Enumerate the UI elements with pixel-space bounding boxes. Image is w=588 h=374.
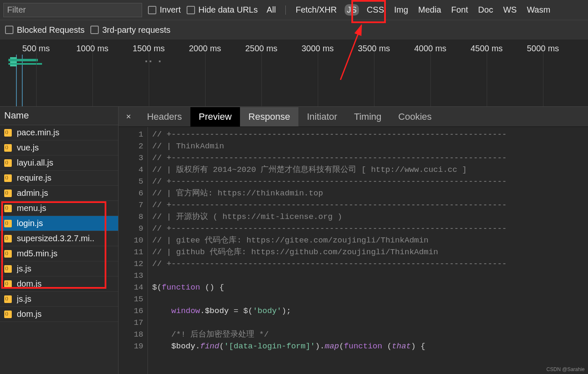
request-row[interactable]: admin.js bbox=[0, 186, 118, 201]
timeline-overview[interactable]: 500 ms1000 ms1500 ms2000 ms2500 ms3000 m… bbox=[0, 40, 588, 107]
filter-input[interactable] bbox=[3, 3, 142, 17]
checkbox-icon bbox=[187, 6, 195, 14]
timeline-tick: 2000 ms bbox=[189, 44, 221, 53]
request-name: pace.min.js bbox=[17, 128, 59, 137]
js-file-icon bbox=[4, 129, 12, 137]
request-row[interactable]: supersized.3.2.7.mi.. bbox=[0, 231, 118, 246]
name-column-header[interactable]: Name bbox=[0, 107, 118, 125]
request-row[interactable]: login.js bbox=[0, 216, 118, 231]
js-file-icon bbox=[4, 220, 12, 227]
request-list[interactable]: pace.min.jsvue.jslayui.all.jsrequire.jsa… bbox=[0, 125, 118, 374]
checkbox-icon bbox=[5, 26, 13, 34]
timeline-tick: 5000 ms bbox=[527, 44, 559, 53]
hide-data-urls-checkbox[interactable]: Hide data URLs bbox=[187, 5, 258, 15]
type-filter-img[interactable]: Img bbox=[392, 4, 410, 16]
close-icon[interactable]: × bbox=[119, 112, 139, 121]
detail-tab-initiator[interactable]: Initiator bbox=[298, 107, 345, 126]
request-row[interactable]: menu.js bbox=[0, 201, 118, 216]
timeline-tick: 500 ms bbox=[22, 44, 50, 53]
third-party-checkbox[interactable]: 3rd-party requests bbox=[90, 25, 170, 35]
third-party-label: 3rd-party requests bbox=[102, 25, 170, 35]
request-row[interactable]: dom.js bbox=[0, 277, 118, 292]
request-name: admin.js bbox=[17, 188, 48, 198]
request-name: js.js bbox=[17, 294, 31, 304]
type-filter-js[interactable]: JS bbox=[345, 4, 359, 16]
line-gutter: 12345678910111213141516171819 bbox=[119, 127, 148, 374]
network-toolbar: Invert Hide data URLs AllFetch/XHRJSCSSI… bbox=[0, 0, 588, 20]
request-name: login.js bbox=[17, 219, 43, 228]
request-name: dom.js bbox=[17, 309, 42, 319]
detail-tab-bar: × HeadersPreviewResponseInitiatorTimingC… bbox=[119, 107, 588, 127]
preview-source[interactable]: 12345678910111213141516171819 // +------… bbox=[119, 127, 588, 374]
request-name: js.js bbox=[17, 264, 31, 274]
type-filter-bar: AllFetch/XHRJSCSSImgMediaFontDocWSWasm bbox=[264, 4, 552, 16]
js-file-icon bbox=[4, 190, 12, 197]
type-filter-font[interactable]: Font bbox=[449, 4, 470, 16]
blocked-requests-checkbox[interactable]: Blocked Requests bbox=[5, 25, 84, 35]
timeline-tick: 1500 ms bbox=[132, 44, 165, 53]
js-file-icon bbox=[4, 280, 12, 288]
js-file-icon bbox=[4, 144, 12, 152]
type-filter-css[interactable]: CSS bbox=[365, 4, 386, 16]
detail-tab-preview[interactable]: Preview bbox=[190, 107, 240, 126]
detail-tab-cookies[interactable]: Cookies bbox=[390, 107, 440, 126]
invert-checkbox[interactable]: Invert bbox=[148, 5, 181, 15]
main-split: Name pace.min.jsvue.jslayui.all.jsrequir… bbox=[0, 107, 588, 374]
js-file-icon bbox=[4, 250, 12, 258]
request-row[interactable]: dom.js bbox=[0, 307, 118, 322]
network-toolbar-2: Blocked Requests 3rd-party requests bbox=[0, 20, 588, 40]
js-file-icon bbox=[4, 235, 12, 242]
js-file-icon bbox=[4, 265, 12, 273]
invert-label: Invert bbox=[160, 5, 181, 15]
timeline-tick: 3000 ms bbox=[301, 44, 334, 53]
js-file-icon bbox=[4, 295, 12, 303]
watermark: CSDN @Sarahie bbox=[546, 366, 585, 372]
request-row[interactable]: pace.min.js bbox=[0, 125, 118, 140]
request-row[interactable]: vue.js bbox=[0, 140, 118, 155]
request-row[interactable]: js.js bbox=[0, 261, 118, 277]
type-filter-doc[interactable]: Doc bbox=[476, 4, 496, 16]
detail-tab-timing[interactable]: Timing bbox=[345, 107, 390, 126]
source-code: // +------------------------------------… bbox=[148, 127, 507, 374]
timeline-tick: 2500 ms bbox=[245, 44, 277, 53]
timeline-tick: 1000 ms bbox=[76, 44, 108, 53]
type-filter-all[interactable]: All bbox=[264, 4, 278, 16]
timeline-tick: 4500 ms bbox=[470, 44, 503, 53]
detail-tab-response[interactable]: Response bbox=[240, 107, 298, 126]
request-name: supersized.3.2.7.mi.. bbox=[17, 234, 95, 243]
request-name: vue.js bbox=[17, 143, 39, 153]
request-list-panel: Name pace.min.jsvue.jslayui.all.jsrequir… bbox=[0, 107, 119, 374]
request-row[interactable]: md5.min.js bbox=[0, 246, 118, 261]
type-filter-wasm[interactable]: Wasm bbox=[525, 4, 552, 16]
request-row[interactable]: layui.all.js bbox=[0, 155, 118, 171]
checkbox-icon bbox=[148, 6, 156, 14]
request-row[interactable]: require.js bbox=[0, 171, 118, 186]
timeline-tick: 3500 ms bbox=[358, 44, 390, 53]
request-detail-panel: × HeadersPreviewResponseInitiatorTimingC… bbox=[119, 107, 588, 374]
request-row[interactable]: js.js bbox=[0, 292, 118, 307]
request-name: layui.all.js bbox=[17, 158, 53, 168]
request-name: require.js bbox=[17, 173, 51, 183]
type-filter-media[interactable]: Media bbox=[416, 4, 443, 16]
js-file-icon bbox=[4, 205, 12, 212]
checkbox-icon bbox=[90, 26, 99, 34]
request-name: menu.js bbox=[17, 203, 46, 213]
js-file-icon bbox=[4, 159, 12, 167]
blocked-requests-label: Blocked Requests bbox=[17, 25, 84, 35]
request-name: dom.js bbox=[17, 279, 42, 289]
hide-data-urls-label: Hide data URLs bbox=[198, 5, 258, 15]
request-name: md5.min.js bbox=[17, 249, 58, 258]
js-file-icon bbox=[4, 174, 12, 182]
js-file-icon bbox=[4, 311, 12, 318]
type-filter-fetchxhr[interactable]: Fetch/XHR bbox=[293, 4, 339, 16]
timeline-tick: 4000 ms bbox=[414, 44, 446, 53]
type-filter-ws[interactable]: WS bbox=[501, 4, 519, 16]
detail-tab-headers[interactable]: Headers bbox=[139, 107, 190, 126]
